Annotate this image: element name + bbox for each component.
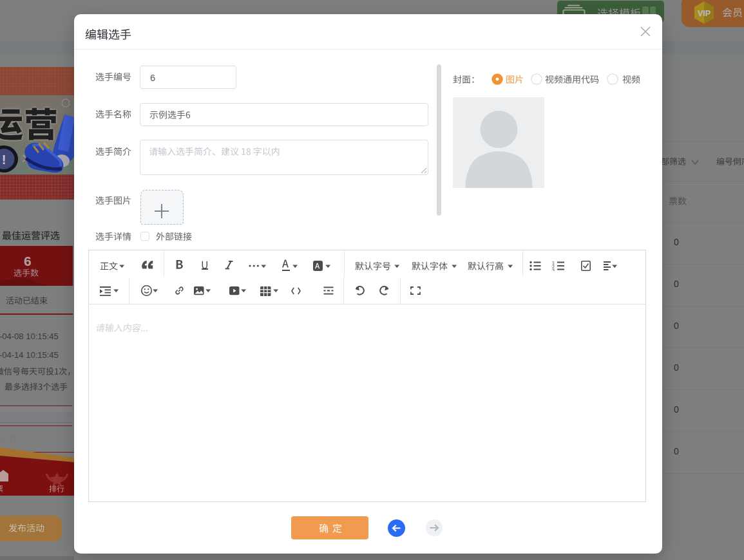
svg-text:!: ! <box>2 153 6 167</box>
svg-text:3: 3 <box>552 268 555 270</box>
svg-text:VIP: VIP <box>698 9 711 18</box>
